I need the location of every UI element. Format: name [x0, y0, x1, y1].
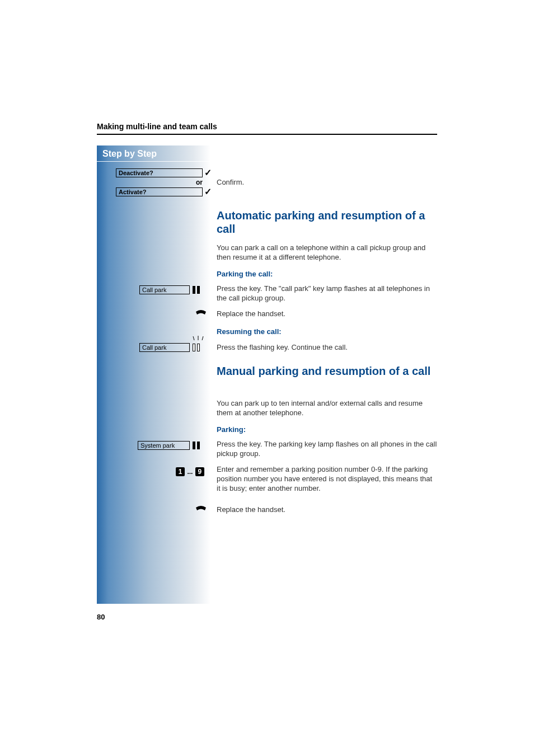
header-divider — [97, 134, 437, 135]
digit-last[interactable]: 9 — [195, 467, 204, 476]
check-icon: ✓ — [204, 186, 212, 197]
section-header: Making multi-line and team calls — [97, 122, 437, 131]
menu-item-activate-label: Activate? — [119, 189, 147, 195]
text-auto-step3: Press the flashing key. Continue the cal… — [217, 343, 438, 353]
key-call-park[interactable]: Call park — [139, 285, 190, 294]
sidebar-title: Step by Step — [102, 149, 157, 159]
check-icon: ✓ — [204, 167, 212, 178]
subheading-resuming-call: Resuming the call: — [217, 327, 438, 337]
page-number: 80 — [97, 613, 105, 621]
menu-separator-or: or — [196, 179, 203, 186]
text-manual-intro: You can park up to ten internal and/or e… — [217, 399, 438, 418]
lamp-icon — [193, 286, 205, 294]
step-by-step-sidebar: Step by Step — [97, 145, 210, 604]
subheading-parking-call: Parking the call: — [217, 270, 438, 279]
lamp-flashing-icon — [193, 344, 205, 351]
heading-automatic-parking: Automatic parking and resumption of a ca… — [217, 209, 438, 236]
key-call-park-flashing[interactable]: Call park — [139, 343, 190, 352]
handset-down-icon — [195, 505, 207, 515]
flash-icon — [193, 336, 204, 342]
heading-manual-parking: Manual parking and resumption of a call — [217, 364, 438, 378]
key-call-park-flashing-label: Call park — [142, 344, 166, 351]
lamp-icon — [193, 442, 205, 449]
key-system-park[interactable]: System park — [138, 441, 190, 450]
menu-item-deactivate-label: Deactivate? — [119, 170, 153, 176]
text-manual-step1: Press the key. The parking key lamp flas… — [217, 440, 438, 459]
svg-line-2 — [202, 336, 203, 340]
text-manual-step2: Enter and remember a parking position nu… — [217, 465, 438, 494]
sidebar-divider — [97, 161, 210, 162]
digit-range: 1 ... 9 — [176, 466, 204, 476]
text-auto-intro: You can park a call on a telephone withi… — [217, 243, 438, 262]
subheading-parking: Parking: — [217, 425, 438, 435]
svg-line-0 — [193, 336, 194, 340]
text-manual-step3: Replace the handset. — [217, 505, 438, 515]
menu-item-activate[interactable]: Activate? — [116, 187, 203, 196]
text-auto-step2: Replace the handset. — [217, 309, 438, 319]
menu-item-deactivate[interactable]: Deactivate? — [116, 168, 203, 177]
digit-ellipsis: ... — [187, 468, 193, 476]
text-auto-step1: Press the key. The "call park" key lamp … — [217, 284, 438, 303]
text-confirm: Confirm. — [217, 178, 438, 187]
key-call-park-label: Call park — [142, 287, 166, 293]
handset-down-icon — [195, 309, 207, 320]
digit-first[interactable]: 1 — [176, 467, 185, 476]
key-system-park-label: System park — [140, 442, 175, 449]
